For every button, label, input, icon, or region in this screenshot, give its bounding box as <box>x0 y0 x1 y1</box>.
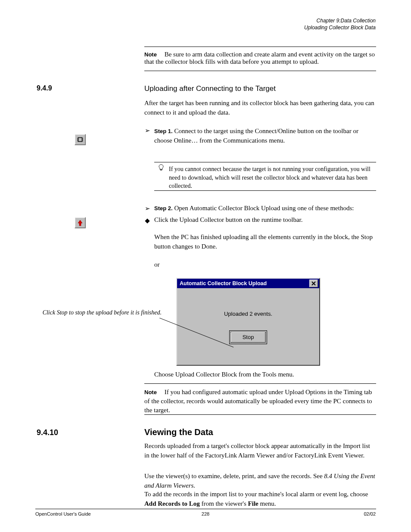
rule <box>154 190 376 191</box>
close-button[interactable] <box>309 280 318 287</box>
rule <box>154 162 376 162</box>
section-number: 9.4.9 <box>37 84 52 92</box>
step2-text: Open Automatic Collector Block Upload us… <box>174 205 354 212</box>
svg-line-9 <box>159 318 234 347</box>
note-text: Be sure to arm data collection and creat… <box>144 51 375 65</box>
p2a: Use the viewer(s) to examine, delete, pr… <box>144 473 324 479</box>
upload-collector-icon <box>75 217 86 228</box>
svg-rect-0 <box>78 138 82 142</box>
note-text: If you had configured automatic upload u… <box>144 389 372 414</box>
step2: Step 2. Open Automatic Collector Block U… <box>154 205 376 212</box>
stop-button-label: Stop <box>243 334 254 340</box>
view-para3: To add the records in the import list to… <box>144 490 376 509</box>
p3d: File <box>248 500 258 507</box>
view-para2: Use the viewer(s) to examine, delete, pr… <box>144 472 376 491</box>
rule <box>144 71 376 71</box>
note-label: Note <box>144 51 157 58</box>
section-title: Uploading after Connecting to the Target <box>144 84 376 93</box>
chip-icon <box>77 136 84 143</box>
p3c: from the viewer's <box>200 500 248 507</box>
step-lead: Step 1. <box>154 128 173 134</box>
intro-para: After the target has been running and it… <box>144 99 376 118</box>
step-bullet: ➢ <box>144 127 150 134</box>
step1: Step 1. Connect to the target using the … <box>154 127 376 146</box>
method1: Click the Upload Collector button on the… <box>154 216 376 224</box>
diamond-bullet <box>146 218 152 225</box>
up-arrow-icon <box>77 219 83 226</box>
section-title: Viewing the Data <box>144 427 376 437</box>
close-icon <box>311 281 316 286</box>
p3e: menu. <box>258 500 276 507</box>
step1-text: Connect to the target using the Connect/… <box>154 128 358 144</box>
rule <box>144 414 376 415</box>
footer-page-number: 228 <box>0 511 411 516</box>
step-bullet: ➢ <box>144 205 150 212</box>
section-number: 9.4.10 <box>37 428 58 437</box>
footer-right: 02/02 <box>364 511 376 516</box>
step-lead: Step 2. <box>154 205 173 212</box>
rule <box>144 47 376 47</box>
note-label: Note <box>144 389 157 395</box>
bulb-text: If you cannot connect because the target… <box>169 165 376 190</box>
dialog-titlebar: Automatic Collector Block Upload <box>177 279 319 288</box>
callout-connector <box>159 318 237 352</box>
header-section: Uploading Collector Block Data <box>304 24 376 31</box>
or-text: or <box>154 261 160 268</box>
leader-para: When the PC has finished uploading all t… <box>154 233 376 252</box>
note-block-2: Note If you had configured automatic upl… <box>144 388 376 415</box>
dialog-title: Automatic Collector Block Upload <box>180 280 267 286</box>
p3b: Add Records to Log <box>144 500 200 507</box>
connect-online-icon <box>75 134 86 145</box>
rule <box>144 383 376 384</box>
callout-text: Click Stop to stop the upload before it … <box>37 309 162 317</box>
choose-line: Choose Upload Collector Block from the T… <box>154 371 376 378</box>
header-chapter: Chapter 9:Data Collection <box>304 17 376 24</box>
footer-rule <box>35 509 376 509</box>
page-header: Chapter 9:Data Collection Uploading Coll… <box>304 17 376 31</box>
note-block: Note Be sure to arm data collection and … <box>144 51 376 65</box>
dialog-message: Uploaded 2 events. <box>224 311 272 317</box>
p3a: To add the records in the import list to… <box>144 491 368 498</box>
bulb-icon <box>159 164 164 173</box>
view-para1: Records uploaded from a target's collect… <box>144 442 376 460</box>
page: { "header": { "line1": "Chapter 9:Data C… <box>0 0 411 532</box>
